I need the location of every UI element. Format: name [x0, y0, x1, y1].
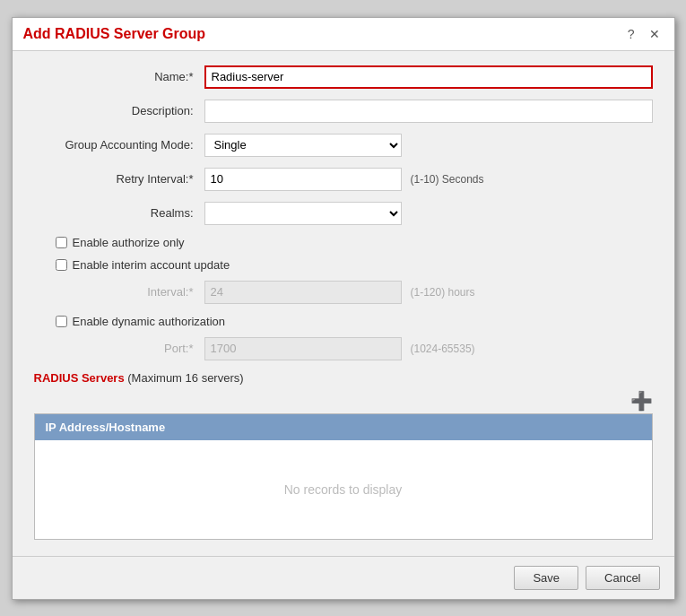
description-input[interactable]	[204, 100, 653, 123]
dialog-title: Add RADIUS Server Group	[23, 26, 206, 42]
group-accounting-row: Group Accounting Mode: Single Multiple	[34, 134, 653, 157]
servers-table-body: No records to display	[35, 440, 652, 539]
enable-dynamic-label: Enable dynamic authorization	[73, 315, 226, 328]
radius-servers-label: RADIUS Servers	[34, 371, 125, 385]
interval-field	[204, 281, 402, 304]
add-radius-dialog: Add RADIUS Server Group ? ✕ Name:* Descr…	[12, 17, 675, 600]
name-label: Name:*	[34, 70, 204, 83]
retry-interval-row: Retry Interval:* (1-10) Seconds	[34, 168, 653, 191]
description-field	[204, 100, 653, 123]
name-row: Name:*	[34, 65, 653, 89]
name-input[interactable]	[204, 65, 653, 89]
retry-interval-input[interactable]	[204, 168, 402, 191]
retry-interval-label: Retry Interval:*	[34, 172, 204, 186]
servers-table-header: IP Address/Hostname	[35, 414, 652, 440]
dialog-title-bar: Add RADIUS Server Group ? ✕	[13, 18, 674, 51]
interval-input[interactable]	[204, 281, 402, 304]
add-server-button[interactable]: ➕	[630, 392, 653, 410]
port-input[interactable]	[204, 337, 402, 360]
group-accounting-label: Group Accounting Mode:	[34, 138, 204, 152]
port-row: Port:* (1024-65535)	[34, 337, 653, 360]
dialog-title-actions: ? ✕	[624, 25, 664, 43]
enable-authorize-row: Enable authorize only	[34, 236, 653, 249]
no-records-text: No records to display	[284, 482, 403, 497]
enable-authorize-checkbox[interactable]	[56, 237, 67, 248]
port-hint: (1024-65535)	[411, 343, 475, 355]
radius-servers-header: RADIUS Servers (Maximum 16 servers)	[34, 371, 653, 385]
close-button[interactable]: ✕	[646, 25, 664, 43]
enable-dynamic-checkbox[interactable]	[56, 316, 67, 327]
name-field	[204, 65, 653, 89]
enable-interim-checkbox[interactable]	[56, 259, 67, 271]
cancel-button[interactable]: Cancel	[586, 566, 659, 590]
radius-servers-note: (Maximum 16 servers)	[127, 371, 243, 385]
retry-interval-field	[204, 168, 402, 191]
description-label: Description:	[34, 104, 204, 117]
enable-interim-row: Enable interim account update	[34, 258, 653, 272]
realms-row: Realms:	[34, 202, 653, 225]
dialog-body: Name:* Description: Group Accounting Mod…	[13, 51, 674, 556]
interval-row: Interval:* (1-120) hours	[34, 281, 653, 304]
enable-dynamic-row: Enable dynamic authorization	[34, 315, 653, 328]
servers-table: IP Address/Hostname No records to displa…	[34, 413, 653, 540]
realms-select[interactable]	[204, 202, 402, 225]
enable-authorize-label: Enable authorize only	[73, 236, 185, 249]
realms-label: Realms:	[34, 206, 204, 220]
help-button[interactable]: ?	[624, 25, 638, 43]
port-field	[204, 337, 402, 360]
add-icon-row: ➕	[34, 392, 653, 410]
save-button[interactable]: Save	[514, 566, 578, 590]
interval-label: Interval:*	[77, 285, 204, 299]
port-label: Port:*	[77, 342, 204, 355]
realms-field	[204, 202, 402, 225]
enable-interim-label: Enable interim account update	[73, 258, 230, 272]
group-accounting-field: Single Multiple	[204, 134, 402, 157]
retry-interval-hint: (1-10) Seconds	[411, 173, 484, 186]
interval-hint: (1-120) hours	[411, 286, 475, 299]
group-accounting-select[interactable]: Single Multiple	[204, 134, 402, 157]
dialog-footer: Save Cancel	[13, 556, 674, 599]
description-row: Description:	[34, 100, 653, 123]
